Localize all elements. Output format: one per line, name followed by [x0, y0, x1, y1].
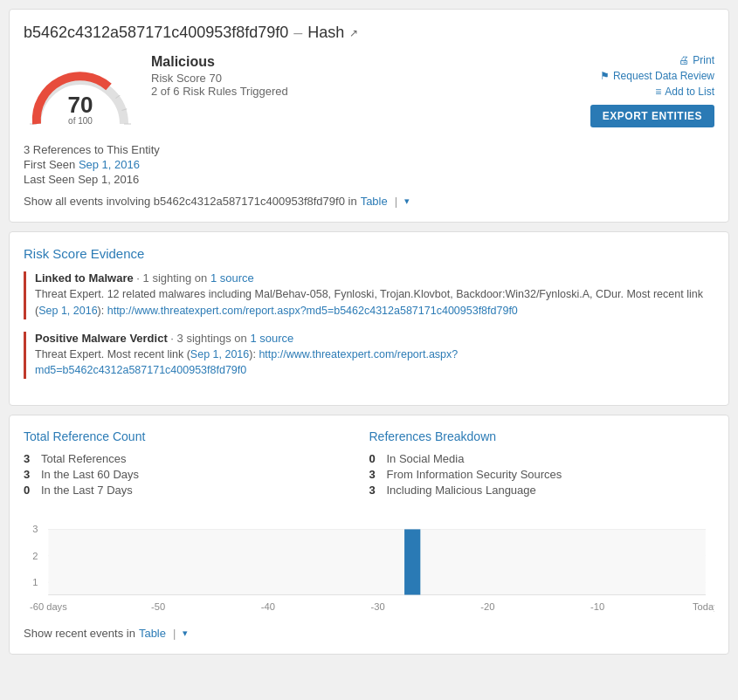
hash-card: b5462c4312a587171c400953f8fd79f0 – Hash …: [9, 9, 729, 223]
first-seen-line: First Seen Sep 1, 2016: [24, 158, 714, 171]
risk-info: Malicious Risk Score 70 2 of 6 Risk Rule…: [151, 54, 590, 98]
evidence-dot-2: · 3 sightings on: [170, 332, 250, 345]
risk-score-line: Risk Score 70: [151, 72, 590, 85]
add-to-list-link[interactable]: ≡ Add to List: [655, 86, 714, 98]
hash-title-row: b5462c4312a587171c400953f8fd79f0 – Hash …: [24, 24, 714, 42]
ref-stat-7days: 0 In the Last 7 Days: [24, 484, 369, 497]
sixty-day-label: In the Last 60 Days: [41, 468, 139, 481]
show-recent-line: Show recent events in Table | ▾: [24, 627, 714, 640]
evidence-title-2: Positive Malware Verdict: [35, 332, 168, 345]
list-icon: ≡: [655, 86, 661, 98]
flag-icon: ⚑: [600, 70, 610, 82]
chevron-down-icon[interactable]: ▾: [404, 196, 410, 207]
review-link[interactable]: ⚑ Request Data Review: [600, 70, 714, 82]
total-label: Total References: [41, 452, 127, 465]
y-label-1: 1: [32, 577, 38, 587]
review-label: Request Data Review: [613, 70, 714, 82]
y-label-3: 3: [32, 524, 38, 534]
last-seen-label: Last Seen: [24, 173, 75, 186]
evidence-source-1: 1 source: [210, 271, 254, 285]
chart-bar: [404, 529, 420, 594]
evidence-source-2: 1 source: [250, 332, 293, 345]
entity-meta: 3 References to This Entity First Seen S…: [24, 143, 714, 186]
total-ref-title: Total Reference Count: [24, 429, 369, 443]
ref-right: References Breakdown 0 In Social Media 3…: [369, 429, 715, 499]
show-events-line: Show all events involving b5462c4312a587…: [24, 195, 714, 208]
external-link-icon[interactable]: ↗: [349, 27, 358, 39]
total-num: 3: [24, 452, 36, 465]
pipe-separator: |: [395, 195, 397, 208]
social-num: 0: [369, 452, 382, 465]
last-seen-line: Last Seen Sep 1, 2016: [24, 173, 714, 186]
evidence-item-1-title-line: Linked to Malware · 1 sighting on 1 sour…: [35, 271, 714, 285]
x-label-today: Today: [693, 601, 714, 612]
ref-stat-total: 3 Total References: [24, 452, 369, 465]
evidence-body-2: Threat Expert. Most recent link (Sep 1, …: [35, 347, 714, 380]
references-count: 3 References to This Entity: [24, 143, 714, 156]
risk-rules-line: 2 of 6 Risk Rules Triggered: [151, 85, 590, 98]
evidence-dot-1: · 1 sighting on: [136, 271, 210, 285]
show-events-prefix: Show all events involving b5462c4312a587…: [24, 195, 357, 208]
seven-day-label: In the Last 7 Days: [41, 484, 133, 497]
breakdown-title: References Breakdown: [369, 429, 715, 443]
ref-stat-malicious: 3 Including Malicious Language: [369, 484, 715, 497]
evidence-item-2-title-line: Positive Malware Verdict · 3 sightings o…: [35, 332, 714, 345]
export-entities-button[interactable]: EXPORT ENTITIES: [590, 105, 714, 127]
show-recent-table-link[interactable]: Table: [139, 627, 166, 640]
x-label-10: -10: [590, 601, 604, 612]
svg-rect-15: [48, 529, 705, 594]
print-link[interactable]: 🖨 Print: [679, 54, 714, 66]
risk-evidence-card: Risk Score Evidence Linked to Malware · …: [9, 231, 729, 406]
hash-value: b5462c4312a587171c400953f8fd79f0: [24, 24, 288, 42]
actions-area: 🖨 Print ⚑ Request Data Review ≡ Add to L…: [590, 54, 714, 127]
hash-separator: –: [293, 24, 302, 42]
score-of: of 100: [68, 116, 93, 126]
risk-evidence-title: Risk Score Evidence: [24, 246, 714, 261]
x-label-50: -50: [151, 601, 165, 612]
ref-left: Total Reference Count 3 Total References…: [24, 429, 369, 499]
first-seen-date: Sep 1, 2016: [79, 158, 140, 171]
hash-label: Hash: [307, 24, 344, 42]
x-label-60: -60 days: [30, 601, 67, 612]
infosec-label: From Information Security Sources: [387, 468, 562, 481]
show-recent-text: Show recent events in: [24, 627, 135, 640]
ref-stat-infosec: 3 From Information Security Sources: [369, 468, 715, 481]
evidence-link-1[interactable]: http://www.threatexpert.com/report.aspx?…: [107, 305, 518, 317]
social-label: In Social Media: [387, 452, 465, 465]
x-label-30: -30: [371, 601, 385, 612]
show-recent-chevron-icon[interactable]: ▾: [183, 628, 188, 639]
risk-gauge: 70 of 100: [24, 54, 137, 133]
evidence-title-1: Linked to Malware: [35, 271, 134, 285]
evidence-body-1: Threat Expert. 12 related malwares inclu…: [35, 286, 714, 319]
show-events-table-link[interactable]: Table: [361, 195, 388, 208]
chart-area: 3 2 1 -60 days -50 -40 -30 -20 -10 Today: [24, 513, 714, 618]
chart-svg: 3 2 1 -60 days -50 -40 -30 -20 -10 Today: [24, 513, 714, 618]
card1-body: 70 of 100 Malicious Risk Score 70 2 of 6…: [24, 54, 714, 133]
printer-icon: 🖨: [679, 54, 689, 66]
y-label-2: 2: [32, 551, 38, 561]
add-to-list-label: Add to List: [665, 86, 714, 98]
evidence-item-1: Linked to Malware · 1 sighting on 1 sour…: [24, 271, 714, 319]
gauge-score: 70 of 100: [68, 93, 93, 126]
ref-stat-social: 0 In Social Media: [369, 452, 715, 465]
x-label-20: -20: [480, 601, 494, 612]
risk-label: Malicious: [151, 54, 590, 70]
malicious-num: 3: [369, 484, 382, 497]
x-label-40: -40: [261, 601, 275, 612]
sixty-day-num: 3: [24, 468, 36, 481]
print-label: Print: [693, 54, 714, 66]
evidence-item-2: Positive Malware Verdict · 3 sightings o…: [24, 332, 714, 380]
first-seen-label: First Seen: [24, 158, 75, 171]
infosec-num: 3: [369, 468, 382, 481]
ref-stat-60days: 3 In the Last 60 Days: [24, 468, 369, 481]
score-number: 70: [68, 92, 93, 118]
seven-day-num: 0: [24, 484, 36, 497]
ref-card-header: Total Reference Count 3 Total References…: [24, 429, 714, 499]
last-seen-date: Sep 1, 2016: [78, 173, 139, 186]
pipe-separator-2: |: [173, 627, 176, 640]
reference-card: Total Reference Count 3 Total References…: [9, 415, 729, 655]
malicious-label: Including Malicious Language: [387, 484, 536, 497]
